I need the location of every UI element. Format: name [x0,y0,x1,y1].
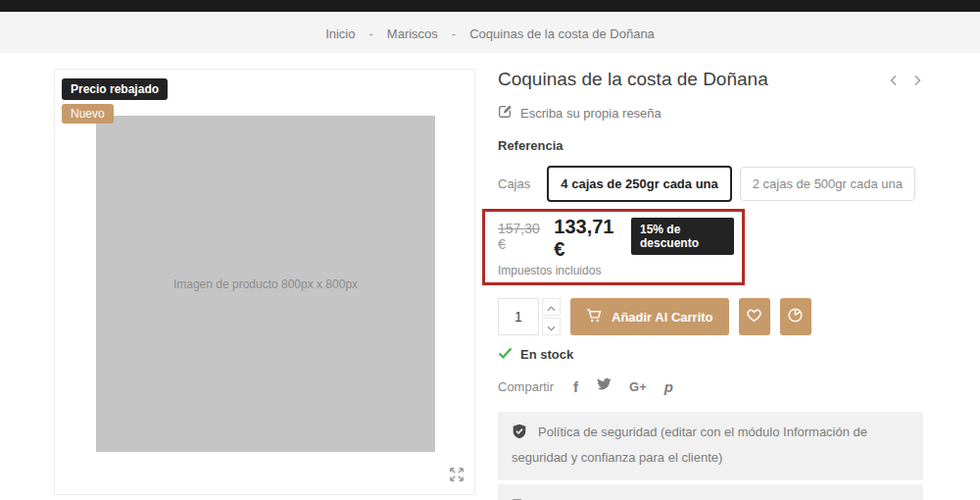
purchase-controls: 1 [498,298,923,335]
expand-icon[interactable] [447,465,466,484]
quantity-decrement-button[interactable] [542,318,561,335]
security-policy-text: Política de seguridad (editar con el mód… [512,425,867,465]
quantity-input[interactable]: 1 [498,298,539,335]
add-to-cart-button[interactable]: Añadir Al Carrito [570,298,729,335]
truck-icon [512,497,529,500]
product-image-placeholder: Imagen de producto 800px x 800px [96,116,435,452]
write-review-link[interactable]: Escriba su propia reseña [498,104,923,122]
shipping-policy-block: Política de envío (editar con el módulo … [498,484,923,500]
chevron-left-icon[interactable] [888,73,900,84]
googleplus-icon[interactable]: G+ [629,380,647,393]
breadcrumb-separator: - [369,26,373,41]
price-highlight-box: 157,30 € 133,71 € 15% de descuento Impue… [482,209,745,285]
product-info-column: Coquinas de la costa de Doñana Escriba s… [498,69,923,500]
badge-stack: Precio rebajado Nuevo [62,78,168,124]
heart-icon [746,308,762,325]
quantity-stepper: 1 [498,298,561,335]
cart-icon [586,308,603,326]
security-policy-block: Política de seguridad (editar con el mód… [498,412,923,480]
product-nav-arrows [888,73,923,84]
pie-chart-icon [787,307,804,326]
tax-note: Impuestos incluidos [498,264,734,277]
write-review-label: Escriba su propia reseña [520,106,662,121]
add-to-cart-label: Añadir Al Carrito [612,310,713,325]
variant-option-4x250[interactable]: 4 cajas de 250gr cada una [547,166,731,202]
current-price: 133,71 € [554,216,617,261]
breadcrumb-bar: Inicio - Mariscos - Coquinas de la costa… [0,12,980,53]
chevron-up-icon [547,298,556,316]
quantity-increment-button[interactable] [542,298,561,316]
breadcrumb-item-home[interactable]: Inicio [325,26,355,41]
share-row: Compartir f G+ p [498,377,923,395]
variant-option-2x500[interactable]: 2 cajas de 500gr cada una [740,167,915,201]
pinterest-icon[interactable]: p [664,379,673,394]
placeholder-text: Imagen de producto 800px x 800px [173,277,358,291]
reference-label: Referencia [498,138,923,153]
discount-flag-badge: Precio rebajado [62,78,168,100]
facebook-icon[interactable]: f [573,379,578,394]
chevron-down-icon [547,318,556,335]
variant-label: Cajas [498,176,547,191]
chevron-right-icon[interactable] [911,73,923,84]
shield-check-icon [512,424,527,447]
wishlist-button[interactable] [739,298,770,335]
compare-button[interactable] [780,298,811,335]
old-price: 157,30 € [498,221,542,252]
edit-icon [498,104,513,122]
stock-status-row: En stock [498,345,923,363]
breadcrumb: Inicio - Mariscos - Coquinas de la costa… [325,26,655,41]
check-icon [498,345,513,363]
share-label: Compartir [498,379,554,394]
stock-status-label: En stock [520,347,573,362]
policy-blocks: Política de seguridad (editar con el mód… [498,412,923,500]
twitter-icon[interactable] [596,377,612,395]
breadcrumb-item-current: Coquinas de la costa de Doñana [469,26,655,41]
shipping-policy-text: Política de envío (editar con el módulo … [512,497,904,500]
discount-badge: 15% de descuento [631,218,734,255]
breadcrumb-separator: - [452,26,456,41]
top-black-bar [0,0,980,12]
product-image-panel: Precio rebajado Nuevo Imagen de producto… [54,69,475,495]
breadcrumb-item-category[interactable]: Mariscos [387,26,438,41]
variant-selector: Cajas 4 cajas de 250gr cada una 2 cajas … [498,166,923,202]
new-flag-badge: Nuevo [62,104,114,124]
product-page: Inicio - Mariscos - Coquinas de la costa… [0,0,980,500]
page-title: Coquinas de la costa de Doñana [498,69,768,90]
